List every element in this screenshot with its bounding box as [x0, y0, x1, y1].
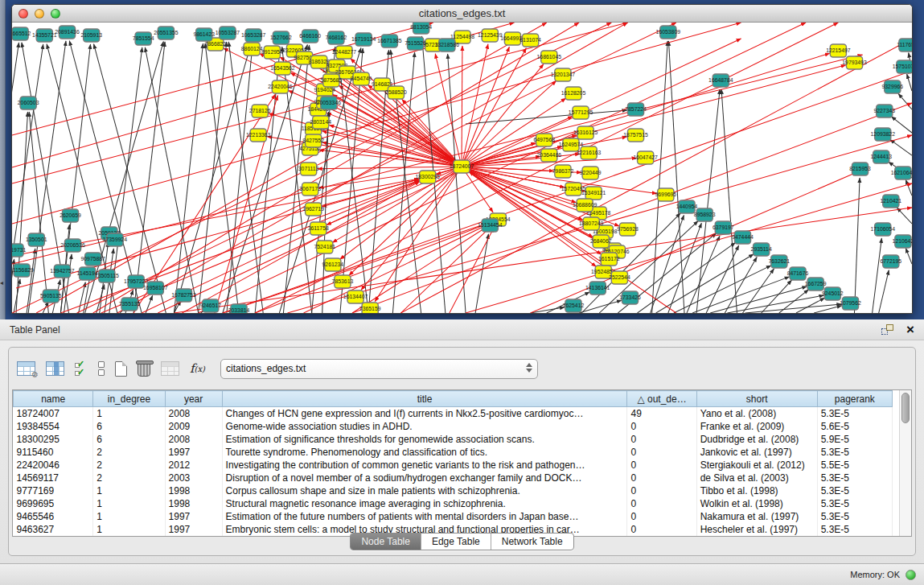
select-all-rows-icon[interactable]: ✓ ✓ — [75, 361, 88, 377]
table-cell[interactable]: Nakamura et al. (1997) — [696, 510, 817, 523]
column-header-out_de[interactable]: △ out_de… — [627, 391, 696, 407]
table-cell[interactable]: Estimation of significance thresholds fo… — [222, 433, 627, 446]
table-cell[interactable]: 1998 — [165, 484, 222, 497]
scrollbar-thumb[interactable] — [901, 393, 910, 423]
citation-edge-black[interactable] — [745, 304, 842, 313]
table-cell[interactable]: 0 — [627, 446, 696, 459]
citation-edge-black[interactable] — [223, 44, 307, 313]
table-row[interactable]: 977716911998Corpus callosum shape and si… — [14, 484, 893, 497]
table-cell[interactable]: 22420046 — [14, 459, 93, 472]
table-cell[interactable]: Estimation of the future numbers of pati… — [222, 510, 627, 523]
table-cell[interactable]: 0 — [627, 420, 696, 433]
table-scrollbar[interactable] — [899, 390, 911, 536]
float-panel-icon[interactable] — [881, 324, 893, 335]
tab-node-table[interactable]: Node Table — [351, 534, 421, 550]
table-row[interactable]: 1872400712008Changes of HCN gene express… — [14, 407, 893, 420]
table-cell[interactable]: 1 — [93, 510, 165, 523]
close-panel-icon[interactable]: × — [906, 324, 914, 336]
table-cell[interactable]: 19384554 — [14, 420, 93, 433]
table-cell[interactable]: 5.5E-5 — [817, 459, 892, 472]
table-row[interactable]: 911546021997Tourette syndrome. Phenomeno… — [14, 446, 893, 459]
citation-edge-black[interactable] — [475, 234, 488, 313]
table-cell[interactable]: Stergiakouli et al. (2012) — [696, 459, 817, 472]
panel-collapse-arrow-icon[interactable]: ◂ — [0, 280, 3, 286]
citation-edge-red[interactable] — [318, 167, 462, 169]
table-cell[interactable]: 1997 — [165, 510, 222, 523]
table-cell[interactable]: Franke et al. (2009) — [696, 420, 817, 433]
citation-edge-black[interactable] — [762, 280, 792, 313]
citation-edge-black[interactable] — [891, 117, 912, 133]
citation-edge-black[interactable] — [579, 300, 622, 313]
citation-edge-black[interactable] — [696, 89, 720, 313]
citation-edge-red[interactable] — [355, 78, 462, 167]
unselect-rows-icon[interactable] — [98, 361, 105, 376]
table-cell[interactable]: 2009 — [165, 420, 222, 433]
table-cell[interactable]: 6 — [93, 433, 165, 446]
column-header-in_degree[interactable]: in_degree — [93, 391, 165, 407]
citation-edge-black[interactable] — [814, 306, 842, 313]
tab-edge-table[interactable]: Edge Table — [421, 534, 491, 550]
table-row[interactable]: 1456911722003Disruption of a novel membe… — [14, 472, 893, 484]
tab-network-table[interactable]: Network Table — [491, 534, 573, 550]
network-canvas[interactable]: 1872400718300295193845542242004696996959… — [12, 23, 912, 313]
citation-edge-black[interactable] — [873, 238, 882, 313]
table-cell[interactable]: Tibbo et al. (1998) — [696, 484, 817, 497]
table-cell[interactable]: Corpus callosum shape and size in male p… — [222, 484, 627, 497]
table-cell[interactable]: Dudbridge et al. (2008) — [696, 433, 817, 446]
table-selector-dropdown[interactable]: citations_edges.txt — [220, 359, 538, 379]
side-panel-strip[interactable]: ◂ — [0, 0, 6, 319]
table-cell[interactable]: 2 — [93, 472, 165, 484]
citation-edge-black[interactable] — [742, 269, 774, 313]
table-cell[interactable]: 0 — [627, 510, 696, 523]
table-cell[interactable]: Investigating the contribution of common… — [222, 459, 627, 472]
citation-edge-red[interactable] — [450, 228, 494, 313]
citation-edge-black[interactable] — [897, 208, 912, 224]
citation-edge-red[interactable] — [462, 65, 846, 167]
column-edit-icon[interactable] — [46, 361, 64, 376]
citation-edge-black[interactable] — [16, 112, 27, 313]
table-cell[interactable]: 5.3E-5 — [817, 472, 892, 484]
table-cell[interactable]: 0 — [627, 472, 696, 484]
table-cell[interactable]: 1997 — [165, 446, 222, 459]
table-settings-icon[interactable]: ⚙ — [17, 361, 35, 376]
citation-edge-black[interactable] — [854, 178, 860, 313]
table-cell[interactable]: 49 — [627, 407, 696, 420]
column-header-short[interactable]: short — [696, 391, 817, 407]
table-cell[interactable]: 2 — [93, 459, 165, 472]
column-header-pagerank[interactable]: pagerank — [817, 391, 892, 407]
table-cell[interactable]: Wolkin et al. (1998) — [696, 497, 817, 510]
table-row[interactable]: 1938455462009Genome-wide association stu… — [14, 420, 893, 433]
table-cell[interactable]: Tourette syndrome. Phenomenology and cla… — [222, 446, 627, 459]
table-cell[interactable]: 0 — [627, 433, 696, 446]
table-cell[interactable]: 1 — [93, 497, 165, 510]
table-cell[interactable]: 0 — [627, 459, 696, 472]
table-cell[interactable]: de Silva et al. (2003) — [696, 472, 817, 484]
table-cell[interactable]: Genome-wide association studies in ADHD. — [222, 420, 627, 433]
citation-edge-black[interactable] — [721, 89, 737, 313]
table-cell[interactable]: Changes of HCN gene expression and I(f) … — [222, 407, 627, 420]
column-header-year[interactable]: year — [165, 391, 222, 407]
table-cell[interactable]: 5.6E-5 — [817, 420, 892, 433]
table-cell[interactable]: Disruption of a novel member of a sodium… — [222, 472, 627, 484]
citation-edge-red[interactable] — [400, 39, 912, 313]
table-cell[interactable]: 14569117 — [14, 472, 93, 484]
window-titlebar[interactable]: citations_edges.txt — [12, 5, 912, 23]
citation-edge-red[interactable] — [462, 46, 462, 167]
new-table-icon[interactable] — [115, 361, 127, 377]
table-cell[interactable]: 1998 — [165, 497, 222, 510]
table-cell[interactable]: Structural magnetic resonance image aver… — [222, 497, 627, 510]
table-row[interactable]: 946554611997Estimation of the future num… — [14, 510, 893, 523]
citation-edge-red[interactable] — [319, 167, 462, 187]
table-cell[interactable]: Yano et al. (2008) — [696, 407, 817, 420]
table-cell[interactable]: 18724007 — [14, 407, 93, 420]
table-cell[interactable]: 5.3E-5 — [817, 497, 892, 510]
table-cell[interactable]: 0 — [627, 484, 696, 497]
table-cell[interactable]: 9777169 — [14, 484, 93, 497]
citation-edge-red[interactable] — [255, 223, 490, 313]
citation-edge-black[interactable] — [466, 110, 626, 124]
citation-edge-black[interactable] — [907, 74, 912, 91]
table-cell[interactable]: 5.3E-5 — [817, 484, 892, 497]
citation-edge-black[interactable] — [906, 179, 912, 196]
network-graph-svg[interactable]: 1872400718300295193845542242004696996959… — [12, 23, 912, 313]
table-cell[interactable]: 0 — [627, 497, 696, 510]
